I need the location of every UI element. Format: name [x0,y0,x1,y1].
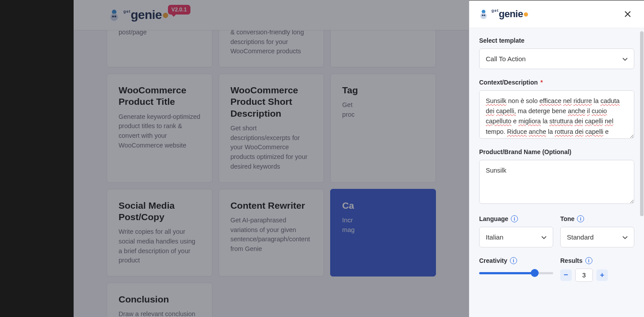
language-select-value: Italian [479,227,553,247]
card-title: Conclusion [119,294,201,305]
card-description: Incr mag [342,216,424,235]
main-content: get genie● V2.0.1 description of your bl… [74,0,469,317]
card-description: Get proc [342,100,424,120]
logo-prefix: get [123,9,131,14]
template-card-cta[interactable]: Ca Incr mag [330,189,436,277]
info-icon[interactable]: i [577,215,584,222]
card-title: Tag [342,85,424,96]
svg-point-3 [114,15,116,17]
tone-select[interactable]: Standard [560,227,634,247]
card-description: Get AI-paraphrased variations of your gi… [231,216,313,254]
close-button[interactable] [621,7,634,21]
svg-point-2 [112,15,114,17]
increment-button[interactable]: + [596,269,608,281]
tone-select-value: Standard [560,227,634,247]
template-cards-grid: description of your blog post/page Gener… [74,18,469,317]
creativity-slider[interactable] [479,269,553,277]
tone-label: Tone i [560,215,634,222]
panel-header: get genie● [469,0,644,28]
template-select-value: Call To Action [479,48,634,69]
svg-point-7 [484,15,485,16]
card-description: Generate keyword-optimized product title… [119,112,201,151]
language-select[interactable]: Italian [479,227,553,247]
context-textarea[interactable]: Sunsilk non è solo efficace nel ridurre … [479,90,634,139]
context-label: Context/Description* [479,79,634,86]
results-field: Results i − + [560,257,634,282]
template-label: Select template [479,37,634,44]
logo-text: genie● [499,8,529,20]
card-title: Ca [342,200,424,211]
close-icon [624,11,631,18]
creativity-label: Creativity i [479,257,553,264]
decrement-button[interactable]: − [560,269,572,281]
results-input[interactable] [575,269,593,282]
language-field: Language i Italian [479,215,553,247]
slider-thumb[interactable] [531,269,539,277]
card-description: Write copies for all your social media h… [119,227,201,265]
card-description: Get short descriptions/excerpts for your… [231,124,313,172]
info-icon[interactable]: i [510,257,517,264]
svg-point-1 [111,14,118,21]
results-stepper: − + [560,269,634,282]
language-label: Language i [479,215,553,222]
genie-logo-icon [477,8,490,20]
template-card-conclusion[interactable]: Conclusion Draw a relevant conclusion fo… [107,283,212,317]
brand-textarea[interactable] [479,160,634,204]
template-card-social-post[interactable]: Social Media Post/Copy Write copies for … [107,189,212,277]
required-indicator: * [540,79,543,86]
info-icon[interactable]: i [511,215,518,222]
brand-label: Product/Brand Name (Optional) [479,148,634,155]
genie-logo-icon [107,7,122,22]
card-description: Draw a relevant conclusion for your blog… [119,310,201,317]
template-select[interactable]: Call To Action [479,48,634,69]
svg-point-6 [482,15,484,16]
template-card-woo-short-desc[interactable]: WooCommerce Product Short Description Ge… [219,74,324,183]
card-title: WooCommerce Product Short Description [231,85,313,119]
panel-logo: get genie● [477,8,529,20]
version-badge: V2.0.1 [168,5,190,15]
creativity-field: Creativity i [479,257,553,282]
scrollbar-thumb[interactable] [640,31,644,216]
app-header: get genie● V2.0.1 [74,0,469,30]
generation-sidepanel: get genie● Select template Call To Actio… [469,0,644,317]
info-icon[interactable]: i [585,257,592,264]
card-title: Content Rewriter [231,200,313,211]
logo-text: genie● [131,8,169,22]
svg-point-5 [480,13,487,19]
panel-scrollbar[interactable] [640,31,644,313]
logo: get genie● V2.0.1 [107,7,169,22]
results-label: Results i [560,257,634,264]
panel-body: Select template Call To Action Context/D… [469,28,644,317]
template-card-woo-title[interactable]: WooCommerce Product Title Generate keywo… [107,74,212,183]
logo-prefix: get [491,8,499,13]
template-card[interactable]: Tag Get proc [330,74,436,183]
card-title: Social Media Post/Copy [119,200,201,223]
card-title: WooCommerce Product Title [119,85,201,108]
template-card-content-rewriter[interactable]: Content Rewriter Get AI-paraphrased vari… [219,189,324,277]
tone-field: Tone i Standard [560,215,634,247]
